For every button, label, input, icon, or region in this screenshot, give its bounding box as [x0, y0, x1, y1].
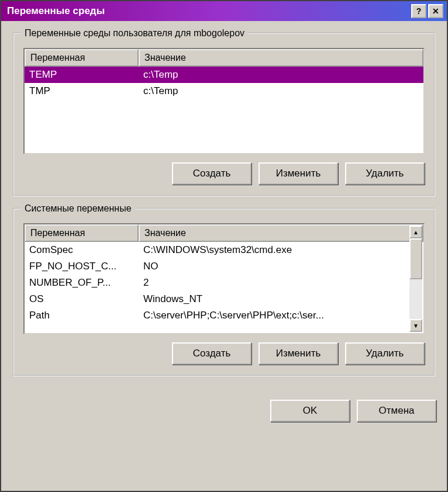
table-row[interactable]: ComSpecC:\WINDOWS\system32\cmd.exe — [25, 242, 423, 258]
variable-name: FP_NO_HOST_C... — [25, 259, 139, 273]
table-row[interactable]: NUMBER_OF_P...2 — [25, 275, 423, 291]
user-variables-group: Переменные среды пользователя для mbogol… — [13, 33, 435, 196]
system-delete-button[interactable]: Удалить — [345, 342, 425, 365]
table-row[interactable]: PathC:\server\PHP;C:\server\PHP\ext;c:\s… — [25, 307, 423, 324]
system-scrollbar[interactable]: ▲ ▼ — [409, 226, 422, 332]
variable-value: 2 — [139, 276, 423, 290]
user-edit-button[interactable]: Изменить — [259, 162, 338, 185]
user-col-variable[interactable]: Переменная — [25, 49, 139, 67]
environment-variables-dialog: Переменные среды ? ✕ Переменные среды по… — [0, 0, 448, 492]
variable-value: NO — [139, 259, 423, 273]
system-col-variable[interactable]: Переменная — [25, 224, 139, 242]
window-title: Переменные среды — [5, 5, 105, 17]
user-variables-list[interactable]: Переменная Значение TEMPc:\TempTMPc:\Tem… — [23, 48, 425, 154]
titlebar-buttons: ? ✕ — [411, 4, 443, 18]
system-rows: ComSpecC:\WINDOWS\system32\cmd.exeFP_NO_… — [25, 242, 423, 324]
system-button-row: Создать Изменить Удалить — [23, 342, 425, 365]
titlebar: Переменные среды ? ✕ — [1, 1, 447, 21]
user-list-headers: Переменная Значение — [25, 49, 423, 67]
variable-name: Path — [25, 309, 139, 323]
table-row[interactable]: FP_NO_HOST_C...NO — [25, 258, 423, 275]
variable-value: c:\Temp — [139, 84, 423, 98]
table-row[interactable]: TMPc:\Temp — [25, 83, 423, 99]
variable-name: OS — [25, 292, 139, 306]
ok-button[interactable]: OK — [270, 400, 350, 422]
system-variables-group: Системные переменные Переменная Значение… — [13, 208, 435, 376]
variable-value: C:\server\PHP;C:\server\PHP\ext;c:\ser..… — [139, 309, 423, 323]
system-create-button[interactable]: Создать — [172, 342, 251, 365]
scroll-track[interactable] — [409, 238, 422, 319]
dialog-buttons: OK Отмена — [1, 400, 447, 432]
table-row[interactable]: TEMPc:\Temp — [25, 67, 423, 83]
close-button[interactable]: ✕ — [428, 4, 443, 18]
variable-value: Windows_NT — [139, 292, 423, 306]
variable-name: TEMP — [25, 68, 139, 82]
table-row[interactable]: OSWindows_NT — [25, 291, 423, 307]
system-group-title: Системные переменные — [21, 203, 135, 214]
system-edit-button[interactable]: Изменить — [259, 342, 338, 365]
user-group-title: Переменные среды пользователя для mbogol… — [21, 28, 248, 39]
cancel-button[interactable]: Отмена — [357, 400, 436, 422]
scroll-up-icon[interactable]: ▲ — [409, 226, 422, 238]
variable-name: NUMBER_OF_P... — [25, 276, 139, 290]
user-delete-button[interactable]: Удалить — [345, 162, 425, 185]
dialog-content: Переменные среды пользователя для mbogol… — [1, 21, 447, 400]
user-create-button[interactable]: Создать — [172, 162, 251, 185]
user-rows: TEMPc:\TempTMPc:\Temp — [25, 67, 423, 99]
variable-name: TMP — [25, 84, 139, 98]
variable-value: c:\Temp — [139, 68, 423, 82]
variable-value: C:\WINDOWS\system32\cmd.exe — [139, 243, 423, 257]
user-button-row: Создать Изменить Удалить — [23, 162, 425, 185]
system-list-headers: Переменная Значение — [25, 224, 423, 242]
system-col-value[interactable]: Значение — [139, 224, 423, 242]
scroll-down-icon[interactable]: ▼ — [409, 319, 422, 332]
variable-name: ComSpec — [25, 243, 139, 257]
help-button[interactable]: ? — [411, 4, 426, 18]
user-col-value[interactable]: Значение — [139, 49, 423, 67]
scroll-thumb[interactable] — [409, 238, 422, 279]
system-variables-list[interactable]: Переменная Значение ComSpecC:\WINDOWS\sy… — [23, 223, 425, 334]
